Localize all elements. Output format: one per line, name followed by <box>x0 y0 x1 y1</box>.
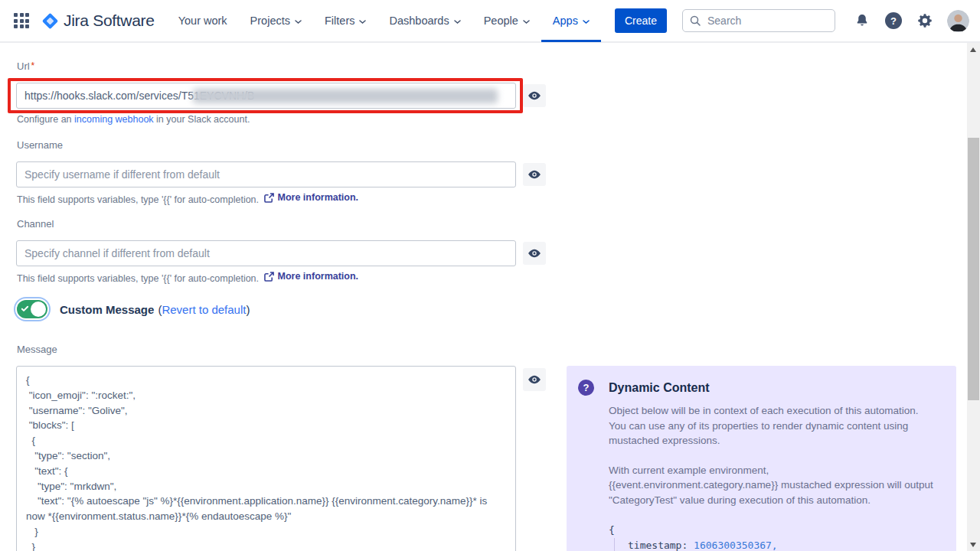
message-label: Message <box>17 344 57 355</box>
primary-nav: Your work Projects Filters Dashboards Pe… <box>167 0 601 42</box>
settings-gear-icon[interactable] <box>916 11 934 30</box>
help-icon[interactable]: ? <box>884 11 903 30</box>
chevron-down-icon <box>523 18 530 25</box>
eye-icon <box>528 89 541 103</box>
nav-projects[interactable]: Projects <box>239 0 313 42</box>
scroll-down-arrow[interactable] <box>970 543 976 547</box>
custom-message-label: Custom Message <box>60 303 154 316</box>
chevron-down-icon <box>454 18 461 25</box>
channel-variables-help: This field supports variables, type '{{'… <box>17 271 358 284</box>
channel-label: Channel <box>17 218 54 230</box>
search-input[interactable] <box>682 9 835 32</box>
chevron-down-icon <box>359 18 366 25</box>
incoming-webhook-link[interactable]: incoming webhook <box>74 114 154 125</box>
scrollbar-thumb[interactable] <box>968 138 979 400</box>
eye-icon <box>528 373 541 386</box>
dynamic-content-panel: ? Dynamic Content Object below will be i… <box>567 366 956 551</box>
user-avatar[interactable] <box>947 10 969 32</box>
username-label: Username <box>17 139 63 151</box>
more-information-link[interactable]: More information. <box>262 271 359 282</box>
panel-paragraph-2: With current example environment, {{even… <box>609 463 933 508</box>
nav-dashboards[interactable]: Dashboards <box>377 0 472 42</box>
vertical-scrollbar[interactable] <box>967 43 980 551</box>
scroll-up-arrow[interactable] <box>970 47 976 52</box>
custom-message-row: Custom Message (Revert to default) <box>17 300 250 318</box>
jira-logo[interactable]: Jira Software <box>41 11 155 30</box>
chevron-down-icon <box>295 18 302 25</box>
toggle-knob <box>31 302 46 317</box>
eye-icon <box>528 168 541 181</box>
nav-apps[interactable]: Apps <box>541 0 601 42</box>
external-link-icon <box>264 193 274 203</box>
revert-to-default-link[interactable]: Revert to default <box>162 303 246 316</box>
message-watch-eye-button[interactable] <box>523 368 546 391</box>
panel-paragraph-1: Object below will be in context of each … <box>609 403 933 448</box>
username-variables-help: This field supports variables, type '{{'… <box>17 192 358 205</box>
redacted-url-blur <box>193 89 498 103</box>
external-link-icon <box>264 272 274 282</box>
required-asterisk: * <box>31 60 35 71</box>
chevron-down-icon <box>583 18 590 25</box>
url-watch-eye-button[interactable] <box>523 84 546 107</box>
header-right-group: ? <box>682 9 969 32</box>
panel-title: Dynamic Content <box>609 381 710 395</box>
create-button[interactable]: Create <box>615 8 667 33</box>
search-icon <box>689 15 701 30</box>
nav-your-work[interactable]: Your work <box>167 0 239 42</box>
code-line-timestamp: timestamp: 1606300350367, <box>628 538 938 551</box>
url-label: Url* <box>17 60 34 72</box>
eye-icon <box>528 246 541 260</box>
more-information-link[interactable]: More information. <box>262 192 359 203</box>
top-navigation-bar: Jira Software Your work Projects Filters… <box>0 0 980 43</box>
url-help-text: Configure an incoming webhook in your Sl… <box>17 114 250 125</box>
nav-people[interactable]: People <box>472 0 541 42</box>
app-name: Jira Software <box>64 11 155 30</box>
custom-message-toggle[interactable] <box>17 300 47 318</box>
context-code-block: { timestamp: 1606300350367, event: "envi… <box>609 523 938 551</box>
channel-watch-eye-button[interactable] <box>523 242 546 265</box>
revert-wrap: (Revert to default) <box>158 303 250 316</box>
username-input[interactable] <box>16 161 516 187</box>
username-watch-eye-button[interactable] <box>523 163 546 186</box>
check-icon <box>21 305 29 313</box>
nav-filters[interactable]: Filters <box>313 0 377 42</box>
message-textarea[interactable]: { "icon_emoji": ":rocket:", "username": … <box>16 366 516 551</box>
panel-help-icon: ? <box>578 380 594 396</box>
code-open-brace: { <box>609 523 938 538</box>
jira-diamond-icon <box>42 12 58 28</box>
channel-input[interactable] <box>16 240 516 266</box>
app-switcher-icon[interactable] <box>14 13 29 28</box>
notifications-icon[interactable] <box>853 11 871 30</box>
